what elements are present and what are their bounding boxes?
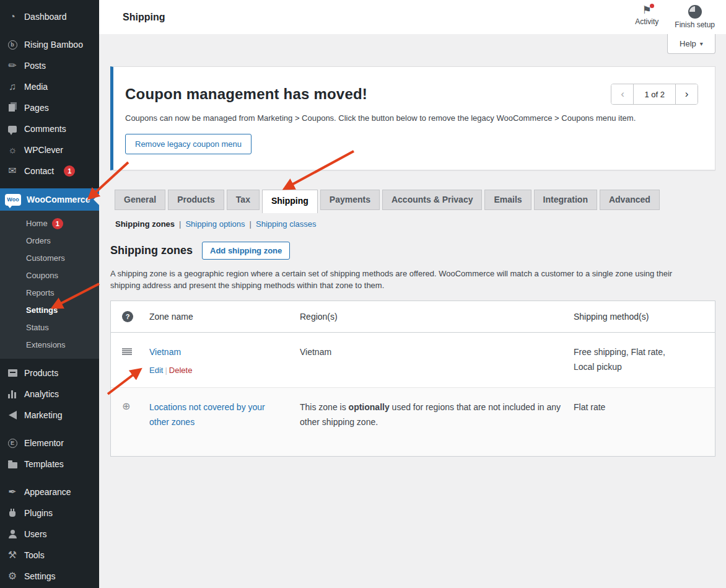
admin-sidebar: ◔ Dashboard b Rising Bamboo ✏ Posts ♫ Me… [0,0,99,588]
tab-accounts-privacy[interactable]: Accounts & Privacy [382,190,483,210]
page-title: Shipping [123,12,165,23]
table-row: Vietnam Edit|Delete Vietnam Free shippin… [111,333,715,388]
sidebar-item-woocommerce[interactable]: Woo WooCommerce [0,188,99,211]
setup-progress-icon [688,5,702,19]
tab-payments[interactable]: Payments [320,190,380,210]
tab-integration[interactable]: Integration [534,190,597,210]
submenu-item-coupons[interactable]: Coupons [0,267,99,284]
zone-name-link[interactable]: Vietnam [149,344,181,359]
coupon-moved-notice: Coupon management has moved! Coupons can… [110,66,715,170]
shipping-zones-heading: Shipping zones [110,244,193,257]
sidebar-item-pages[interactable]: Pages [0,97,99,118]
admin-screen: ◔ Dashboard b Rising Bamboo ✏ Posts ♫ Me… [0,0,726,588]
pagination-next-button[interactable]: › [675,84,698,104]
sidebar-item-label: WooCommerce [27,195,90,204]
sidebar-item-label: Templates [24,459,64,469]
sidebar-item-users[interactable]: Users [0,524,99,545]
sidebar-item-label: WPClever [24,145,63,155]
elementor-icon: E [6,439,19,448]
subnav-shipping-options[interactable]: Shipping options [185,219,245,229]
submenu-item-status[interactable]: Status [0,319,99,336]
submenu-item-orders[interactable]: Orders [0,232,99,250]
sidebar-item-posts[interactable]: ✏ Posts [0,55,99,76]
tab-emails[interactable]: Emails [484,190,531,210]
subnav-shipping-zones[interactable]: Shipping zones [115,219,175,229]
submenu-item-label: Home [26,215,48,232]
sidebar-item-plugins[interactable]: Plugins [0,502,99,524]
contact-icon: ✉ [6,166,19,176]
sidebar-item-appearance[interactable]: ✒ Appearance [0,481,99,502]
table-header-row: ? Zone name Region(s) Shipping method(s) [111,301,715,333]
sidebar-item-media[interactable]: ♫ Media [0,76,99,97]
zone-methods: Free shipping, Flat rate, Local pickup [574,344,684,374]
sidebar-item-templates[interactable]: Templates [0,454,99,475]
tab-shipping[interactable]: Shipping [262,190,318,213]
shipping-zones-description: A shipping zone is a geographic region w… [110,268,704,291]
sidebar-item-label: Analytics [24,389,59,399]
sidebar-item-elementor[interactable]: E Elementor [0,432,99,454]
sidebar-item-wpclever[interactable]: ☼ WPClever [0,139,99,160]
remove-legacy-coupon-button[interactable]: Remove legacy coupon menu [125,134,251,154]
pagination-prev-button[interactable]: ‹ [611,84,634,104]
sidebar-item-comments[interactable]: Comments [0,118,99,139]
sidebar-item-label: Tools [24,550,45,560]
sidebar-separator [0,426,99,432]
tools-icon: ⚒ [6,550,19,560]
tab-products[interactable]: Products [168,190,224,210]
sidebar-item-label: Elementor [24,438,64,448]
media-icon: ♫ [6,82,19,92]
activity-flag-icon: ⚑ [642,5,652,15]
column-header-regions: Region(s) [300,312,574,322]
woocommerce-header: Shipping ⚑ Activity Finish setup [99,0,726,34]
finish-setup-label: Finish setup [675,20,715,29]
sidebar-item-label: Appearance [24,487,71,497]
submenu-item-reports[interactable]: Reports [0,284,99,302]
zone-name-link[interactable]: Locations not covered by your other zone… [149,400,276,429]
add-shipping-zone-button[interactable]: Add shipping zone [202,242,290,260]
sidebar-item-contact[interactable]: ✉ Contact 1 [0,160,99,182]
delete-link[interactable]: Delete [169,366,193,375]
tab-advanced[interactable]: Advanced [600,190,660,210]
submenu-item-settings[interactable]: Settings [0,302,99,319]
sidebar-item-settings[interactable]: ⚙ Settings [0,566,99,587]
sidebar-item-dashboard[interactable]: ◔ Dashboard [0,6,99,27]
submenu-item-customers[interactable]: Customers [0,250,99,267]
finish-setup-button[interactable]: Finish setup [675,5,715,29]
sidebar-item-label: Comments [24,124,66,134]
zone-methods: Flat rate [574,400,684,415]
sidebar-item-analytics[interactable]: Analytics [0,384,99,405]
sidebar-item-tools[interactable]: ⚒ Tools [0,545,99,566]
notice-pagination: ‹ 1 of 2 › [611,84,698,105]
help-icon[interactable]: ? [122,311,133,322]
sidebar-item-label: Users [24,529,47,539]
sidebar-item-label: Plugins [24,508,53,518]
contact-badge: 1 [64,165,75,177]
drag-handle-icon[interactable] [122,348,132,355]
submenu-item-extensions[interactable]: Extensions [0,336,99,354]
settings-tabs: General Products Tax Shipping Payments A… [115,190,715,213]
zone-region-description: This zone is optionally used for regions… [300,402,561,427]
sidebar-item-label: Products [24,368,58,378]
globe-icon: ⊕ [122,402,130,429]
sidebar-separator [0,475,99,481]
home-badge: 1 [52,218,63,229]
help-label: Help [680,39,696,48]
tab-tax[interactable]: Tax [227,190,260,210]
sidebar-item-marketing[interactable]: Marketing [0,405,99,426]
submenu-item-home[interactable]: Home 1 [0,215,99,232]
help-dropdown[interactable]: Help ▾ [667,34,715,54]
sidebar-item-label: Rising Bamboo [24,40,83,50]
rising-bamboo-icon: b [6,40,19,50]
marketing-icon [6,411,19,419]
posts-icon: ✏ [6,61,19,71]
activity-button[interactable]: ⚑ Activity [635,5,658,29]
edit-link[interactable]: Edit [149,366,163,375]
zone-region: Vietnam [300,347,331,357]
subnav-shipping-classes[interactable]: Shipping classes [256,219,317,229]
sidebar-item-products[interactable]: Products [0,362,99,384]
tab-general[interactable]: General [115,190,165,210]
sidebar-item-rising-bamboo[interactable]: b Rising Bamboo [0,34,99,55]
shipping-zones-table: ? Zone name Region(s) Shipping method(s)… [110,301,715,457]
templates-icon [6,460,19,468]
column-header-zone-name: Zone name [149,312,300,322]
